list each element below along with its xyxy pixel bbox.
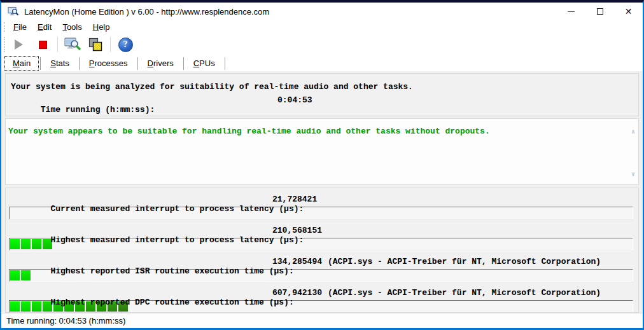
- tab-separator: [183, 57, 184, 70]
- title-bar: LatencyMon (Home Edition ) v 6.00 - http…: [1, 3, 643, 20]
- help-icon: ?: [118, 38, 133, 52]
- tab-drivers[interactable]: Drivers: [139, 56, 182, 71]
- menu-help[interactable]: Help: [88, 21, 115, 33]
- stat-label: Highest reported ISR routine execution t…: [50, 266, 293, 276]
- result-message: Your system appears to be suitable for h…: [8, 127, 638, 136]
- maximize-icon: [597, 8, 603, 15]
- time-running-value: 0:04:53: [277, 95, 312, 105]
- stop-icon: [39, 41, 47, 49]
- menu-tools[interactable]: Tools: [57, 21, 87, 33]
- stat-value: 21,728421: [272, 195, 317, 204]
- monitor-magnifier-icon: [64, 36, 81, 53]
- stat-label: Current measured interrupt to process la…: [50, 204, 304, 214]
- close-icon: ✕: [625, 8, 633, 15]
- tab-cpus[interactable]: CPUs: [185, 56, 223, 71]
- analysis-status-box: Your system is being analyzed for suitab…: [5, 73, 639, 116]
- stat-driver-info: (ACPI.sys - ACPI-Treiber für NT, Microso…: [328, 288, 601, 298]
- stats-row-current-latency: Current measured interrupt to process la…: [6, 195, 638, 219]
- toolbar: ?: [1, 34, 643, 55]
- toolbar-separator: [57, 37, 58, 52]
- maximize-button[interactable]: [585, 3, 614, 20]
- tab-processes[interactable]: Processes: [81, 56, 136, 71]
- minimize-button[interactable]: [557, 3, 585, 20]
- tab-separator: [137, 57, 138, 70]
- stop-button[interactable]: [33, 36, 52, 53]
- scroll-down-icon[interactable]: ∨: [631, 172, 635, 178]
- result-message-box: Your system appears to be suitable for h…: [5, 118, 639, 185]
- analysis-status-line: Your system is being analyzed for suitab…: [11, 82, 638, 91]
- menu-edit[interactable]: Edit: [32, 21, 57, 33]
- play-icon: [15, 39, 23, 50]
- tab-separator: [79, 57, 80, 70]
- analyze-button[interactable]: [63, 36, 82, 53]
- stats-row-dpc-time: Highest reported DPC routine execution t…: [6, 288, 638, 313]
- help-button[interactable]: ?: [116, 36, 135, 53]
- stat-value: 134,285494: [272, 257, 322, 266]
- tab-bar: Main Stats Processes Drivers CPUs: [1, 55, 643, 71]
- app-icon: [8, 6, 19, 17]
- layers-icon: [88, 37, 104, 53]
- minimize-icon: [568, 11, 575, 12]
- status-bar: Time running: 0:04:53 (h:mm:ss): [1, 313, 643, 328]
- latency-stats-box: Current measured interrupt to process la…: [5, 188, 639, 313]
- tab-stats[interactable]: Stats: [42, 56, 78, 71]
- close-button[interactable]: ✕: [614, 3, 643, 20]
- stat-value: 607,942130: [272, 288, 322, 298]
- toolbar-separator: [110, 37, 111, 52]
- time-running-label: Time running (h:mm:ss):: [41, 105, 155, 114]
- status-bar-text: Time running: 0:04:53 (h:mm:ss): [6, 316, 125, 326]
- stats-row-highest-latency: Highest measured interrupt to process la…: [6, 226, 638, 251]
- menu-bar: File Edit Tools Help: [1, 20, 643, 34]
- stat-label: Highest reported DPC routine execution t…: [50, 298, 293, 307]
- stat-value: 210,568151: [272, 226, 322, 235]
- stats-row-isr-time: Highest reported ISR routine execution t…: [6, 257, 638, 282]
- menu-file[interactable]: File: [8, 21, 32, 33]
- time-running-line: Time running (h:mm:ss): 0:04:53: [11, 95, 638, 104]
- tab-main[interactable]: Main: [4, 56, 39, 71]
- scroll-up-icon[interactable]: ∧: [631, 129, 635, 135]
- window-title: LatencyMon (Home Edition ) v 6.00 - http…: [24, 7, 269, 17]
- processes-button[interactable]: [86, 36, 105, 53]
- latencymon-window: LatencyMon (Home Edition ) v 6.00 - http…: [0, 0, 644, 330]
- tab-separator: [40, 57, 41, 70]
- stat-driver-info: (ACPI.sys - ACPI-Treiber für NT, Microso…: [328, 257, 601, 266]
- play-button[interactable]: [9, 36, 28, 53]
- stat-label: Highest measured interrupt to process la…: [50, 235, 304, 245]
- tab-separator: [225, 57, 225, 70]
